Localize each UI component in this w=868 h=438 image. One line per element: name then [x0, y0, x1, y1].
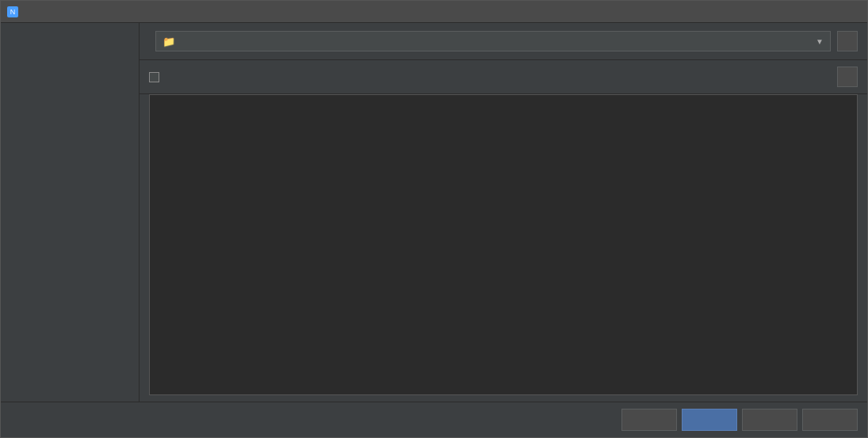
archetype-row [140, 60, 867, 94]
new-sdk-button[interactable] [837, 31, 858, 51]
cancel-button[interactable] [742, 409, 797, 431]
sdk-row: 📁 ▼ [140, 23, 867, 60]
sdk-value-display: 📁 [163, 36, 178, 48]
main-panel: 📁 ▼ [140, 23, 867, 402]
title-bar: N [1, 1, 867, 23]
previous-button[interactable] [621, 409, 677, 431]
sidebar [1, 23, 140, 402]
footer [1, 402, 867, 437]
next-button[interactable] [682, 409, 737, 431]
create-from-archetype-checkbox[interactable] [149, 72, 159, 82]
dialog-content: 📁 ▼ [1, 23, 867, 402]
archetype-left [149, 72, 164, 82]
add-archetype-button[interactable] [837, 67, 858, 87]
dialog-icon: N [7, 6, 18, 17]
help-button[interactable] [802, 409, 858, 431]
archetype-list[interactable] [149, 94, 858, 395]
sdk-dropdown[interactable]: 📁 ▼ [155, 31, 831, 51]
new-project-dialog: N 📁 ▼ [0, 0, 868, 438]
sdk-dropdown-arrow: ▼ [816, 37, 824, 46]
sdk-folder-icon: 📁 [163, 36, 175, 48]
